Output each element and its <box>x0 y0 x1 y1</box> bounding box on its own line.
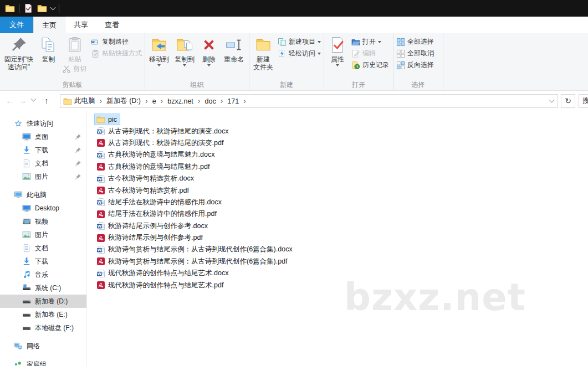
qat-chevron-down-icon[interactable] <box>50 5 56 11</box>
breadcrumb-item[interactable]: 新加卷 (D:) <box>104 96 143 106</box>
tab-home[interactable]: 主页 <box>33 17 65 33</box>
move-to-button[interactable]: 移动到 <box>146 34 172 66</box>
paste-icon <box>66 36 84 54</box>
button-label: 粘贴 <box>68 55 81 63</box>
breadcrumb-item[interactable]: 171 <box>225 97 241 105</box>
sidebar-item[interactable]: 家庭组 <box>0 358 86 366</box>
button-label: 新建项目 <box>289 37 315 47</box>
sidebar-item[interactable]: 新加卷 (E:) <box>0 308 86 321</box>
sidebar-item[interactable]: 文档 <box>0 157 86 170</box>
sidebar-item[interactable]: 图片 <box>0 170 86 183</box>
rename-button[interactable]: 重命名 <box>220 34 248 63</box>
back-button[interactable]: ← <box>6 95 14 106</box>
sidebar-item[interactable]: 图片 <box>0 228 86 241</box>
svg-text:W: W <box>98 153 102 158</box>
properties-button[interactable]: 属性 <box>325 34 350 66</box>
select-all-button[interactable]: 全部选择 <box>395 36 436 48</box>
tab-share[interactable]: 共享 <box>65 17 96 33</box>
download-icon <box>22 257 31 266</box>
sidebar-item-label: 图片 <box>35 230 48 240</box>
file-row[interactable]: 秋游诗句赏析与结尾示例：从古诗到现代创作(6篇合集).pdf <box>94 256 291 267</box>
sidebar-item[interactable]: 下载 <box>0 143 86 157</box>
file-row[interactable]: W古典秋游诗的意境与结尾魅力.docx <box>94 149 218 161</box>
desktop-icon <box>22 132 31 141</box>
sidebar-item[interactable]: 音乐 <box>0 268 86 281</box>
new-item-button[interactable]: 新建项目 <box>276 36 323 48</box>
tab-view[interactable]: 查看 <box>96 17 127 33</box>
file-name: 秋游诗句赏析与结尾示例：从古诗到现代创作(6篇合集).pdf <box>108 257 288 266</box>
qat-new-folder-icon[interactable] <box>37 3 47 13</box>
search-input[interactable]: 搜 <box>579 94 588 108</box>
file-row[interactable]: W结尾手法在秋游诗中的情感作用.docx <box>94 197 225 208</box>
qat-folder-icon[interactable] <box>5 3 15 13</box>
pdf-icon <box>96 162 105 171</box>
breadcrumb-separator-icon: › <box>158 96 166 105</box>
select-none-button[interactable]: 全部取消 <box>395 48 436 59</box>
pin-to-quick-access-button[interactable]: 固定到"快速访问" <box>1 34 37 71</box>
file-row[interactable]: W秋游诗结尾示例与创作参考.docx <box>94 220 211 232</box>
sidebar-item[interactable]: 本地磁盘 (F:) <box>0 321 86 334</box>
breadcrumb-item[interactable]: bzxz.net <box>165 97 196 105</box>
copy-button[interactable]: 复制 <box>37 34 60 63</box>
folder-row[interactable]: pic <box>94 114 120 125</box>
copy-to-button[interactable]: 复制到 <box>172 34 197 66</box>
recent-locations-chevron-icon[interactable] <box>31 96 37 102</box>
tab-file[interactable]: 文件 <box>0 17 33 33</box>
breadcrumb-item[interactable]: e <box>150 97 158 105</box>
sidebar-item[interactable]: 新加卷 (D:) <box>0 295 86 308</box>
address-dropdown-chevron-icon[interactable] <box>549 97 555 103</box>
breadcrumb-item[interactable]: 此电脑 <box>72 96 98 106</box>
sidebar-item[interactable]: 系统 (C:) <box>0 281 86 295</box>
file-row[interactable]: W古今秋游诗句精选赏析.docx <box>94 173 197 184</box>
pdf-icon <box>96 186 105 195</box>
file-row[interactable]: 结尾手法在秋游诗中的情感作用.pdf <box>94 208 220 220</box>
sidebar-item-label: 图片 <box>35 172 48 182</box>
ribbon-tab-row: 文件 主页 共享 查看 <box>0 17 588 33</box>
file-row[interactable]: 古今秋游诗句精选赏析.pdf <box>94 184 192 196</box>
refresh-button[interactable]: ↻ <box>561 94 575 108</box>
file-row[interactable]: 从古诗到现代：秋游诗结尾的演变.pdf <box>94 137 227 149</box>
edit-icon <box>351 49 360 58</box>
delete-button[interactable]: 删除 <box>197 34 220 66</box>
easy-access-button[interactable]: 轻松访问 <box>276 48 323 59</box>
sidebar-item-label: 新加卷 (D:) <box>35 297 68 306</box>
file-row[interactable]: 现代秋游诗的创作特点与结尾艺术.pdf <box>94 279 227 291</box>
copy-path-button[interactable]: W... 复制路径 <box>89 36 144 48</box>
open-button[interactable]: 打开 <box>350 36 391 48</box>
drive-system-icon <box>22 283 31 292</box>
up-button[interactable]: ↑ <box>44 95 49 106</box>
sidebar-item[interactable]: 下载 <box>0 255 86 268</box>
new-folder-button[interactable]: 新建文件夹 <box>250 34 276 71</box>
sidebar-item-label: 视频 <box>35 217 48 226</box>
file-row[interactable]: W秋游诗句赏析与结尾示例：从古诗到现代创作(6篇合集).docx <box>94 244 296 255</box>
sidebar-item[interactable]: 视频 <box>0 215 86 228</box>
qat-properties-icon[interactable] <box>23 3 33 13</box>
forward-button[interactable]: → <box>18 95 27 106</box>
sidebar-item[interactable]: Desktop <box>0 202 86 215</box>
file-row[interactable]: W现代秋游诗的创作特点与结尾艺术.docx <box>94 267 232 279</box>
file-row[interactable]: 古典秋游诗的意境与结尾魅力.pdf <box>94 161 213 173</box>
file-row[interactable]: W从古诗到现代：秋游诗结尾的演变.docx <box>94 125 232 137</box>
titlebar <box>0 0 588 17</box>
cut-button[interactable]: 剪切 <box>60 63 89 75</box>
sidebar-item[interactable]: 桌面 <box>0 130 86 143</box>
ribbon-group-label: 组织 <box>145 80 249 90</box>
breadcrumb-item[interactable]: doc <box>203 97 218 105</box>
edit-button[interactable]: 编辑 <box>350 48 391 59</box>
sidebar-item[interactable]: 文档 <box>0 241 86 255</box>
sidebar-item[interactable]: 快速访问 <box>0 117 86 130</box>
breadcrumb-separator-icon: › <box>196 96 203 105</box>
sidebar-item[interactable]: 此电脑 <box>0 188 86 202</box>
paste-button[interactable]: 粘贴 <box>60 34 89 63</box>
button-label: 编辑 <box>362 49 376 58</box>
file-name: pic <box>108 116 117 123</box>
paste-shortcut-button[interactable]: 粘贴快捷方式 <box>89 48 144 59</box>
history-button[interactable]: 历史记录 <box>350 59 391 71</box>
rename-icon <box>225 36 243 54</box>
sidebar-item-label: 此电脑 <box>27 190 47 200</box>
invert-selection-button[interactable]: 反向选择 <box>395 59 436 71</box>
file-row[interactable]: 秋游诗结尾示例与创作参考.pdf <box>94 232 206 244</box>
file-name: 现代秋游诗的创作特点与结尾艺术.docx <box>108 269 228 278</box>
file-pane: picW从古诗到现代：秋游诗结尾的演变.docx从古诗到现代：秋游诗结尾的演变.… <box>87 111 588 366</box>
sidebar-item[interactable]: 网络 <box>0 339 86 353</box>
